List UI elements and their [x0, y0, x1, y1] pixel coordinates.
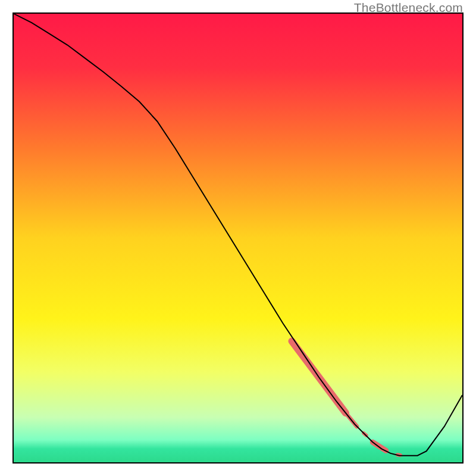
chart-container: TheBottleneck.com — [0, 0, 476, 476]
highlight-group — [292, 341, 400, 455]
plot-area — [12, 12, 464, 464]
bottleneck-curve — [14, 14, 462, 456]
line-layer — [14, 14, 462, 462]
